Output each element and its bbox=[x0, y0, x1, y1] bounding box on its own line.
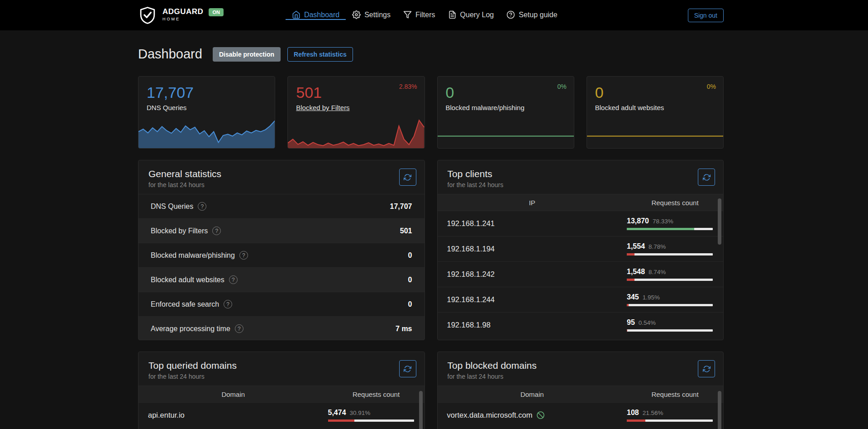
table-header: Domain Requests count bbox=[438, 386, 724, 402]
client-ip[interactable]: 192.168.1.241 bbox=[447, 219, 627, 228]
nav-item-label: Dashboard bbox=[304, 11, 339, 19]
general-statistics-panel: General statistics for the last 24 hours… bbox=[138, 160, 425, 340]
requests-percent: 8.74% bbox=[649, 269, 666, 275]
progress-bar-fill bbox=[627, 279, 634, 281]
progress-bar bbox=[627, 279, 713, 281]
stat-row-value: 7 ms bbox=[396, 325, 412, 333]
stat-row: Average processing time ? 7 ms bbox=[138, 316, 424, 340]
stat-row: Blocked malware/phishing ? 0 bbox=[138, 243, 424, 267]
client-ip[interactable]: 192.168.1.194 bbox=[447, 245, 627, 253]
stat-card-blocked-malware: 0% 0 Blocked malware/phishing bbox=[437, 76, 574, 149]
stat-row: Blocked by Filters ? 501 bbox=[138, 218, 424, 243]
tracker-blocked-icon bbox=[536, 411, 545, 419]
nav-item-filters[interactable]: Filters bbox=[397, 10, 442, 20]
stat-card-blocked-by-filters: 2.83% 501 Blocked by Filters bbox=[287, 76, 424, 149]
home-icon bbox=[292, 10, 300, 19]
help-circle-icon[interactable]: ? bbox=[198, 202, 206, 211]
domain-name[interactable]: api.entur.io bbox=[148, 411, 328, 419]
scrollbar-thumb[interactable] bbox=[718, 198, 721, 245]
progress-bar-fill bbox=[627, 228, 694, 230]
sign-out-button[interactable]: Sign out bbox=[688, 9, 724, 22]
requests-count: 345 bbox=[627, 293, 639, 301]
help-icon bbox=[506, 10, 515, 19]
table-row: 192.168.1.98 95 0.54% bbox=[438, 312, 724, 337]
requests-count: 13,870 bbox=[627, 217, 649, 225]
stat-row-label: Blocked by Filters bbox=[151, 227, 208, 235]
stat-label: DNS Queries bbox=[147, 104, 186, 111]
table-row: 192.168.1.194 1,554 8.78% bbox=[438, 236, 724, 261]
sparkline-chart bbox=[587, 116, 723, 148]
requests-percent: 30.91% bbox=[350, 410, 371, 416]
requests-percent: 78.33% bbox=[653, 218, 673, 225]
requests-count: 1,554 bbox=[627, 242, 645, 251]
page-header: Dashboard Disable protection Refresh sta… bbox=[138, 47, 724, 62]
progress-bar bbox=[627, 304, 713, 306]
nav-item-label: Settings bbox=[364, 11, 391, 19]
brand-subname: HOME bbox=[162, 17, 203, 21]
stat-row-value: 0 bbox=[408, 276, 412, 284]
stat-cards: 17,707 DNS Queries 2.83% 501 Blocked by … bbox=[138, 76, 724, 149]
stat-percent: 0% bbox=[558, 83, 567, 90]
nav-item-label: Filters bbox=[415, 11, 435, 19]
refresh-button[interactable] bbox=[399, 360, 416, 377]
requests-count: 95 bbox=[627, 318, 635, 327]
refresh-button[interactable] bbox=[698, 360, 715, 377]
domain-name[interactable]: vortex.data.microsoft.com bbox=[447, 411, 533, 419]
progress-bar bbox=[627, 329, 713, 332]
blocked-by-filters-link[interactable]: Blocked by Filters bbox=[296, 104, 349, 111]
progress-bar-fill bbox=[627, 419, 645, 422]
column-header-requests-count: Requests count bbox=[328, 390, 424, 398]
progress-bar bbox=[328, 419, 414, 422]
sparkline-chart bbox=[438, 116, 574, 148]
refresh-button[interactable] bbox=[399, 169, 416, 186]
disable-protection-button[interactable]: Disable protection bbox=[213, 47, 281, 62]
adguard-shield-logo-icon bbox=[138, 6, 157, 25]
client-ip[interactable]: 192.168.1.98 bbox=[447, 321, 627, 329]
stat-row-value: 0 bbox=[408, 251, 412, 260]
stat-row-label: Blocked malware/phishing bbox=[151, 251, 235, 260]
stat-row-value: 17,707 bbox=[390, 202, 412, 211]
refresh-button[interactable] bbox=[698, 169, 715, 186]
nav-item-label: Setup guide bbox=[519, 11, 557, 19]
stat-row-label: Enforced safe search bbox=[151, 300, 219, 308]
stat-percent: 0% bbox=[707, 83, 716, 90]
column-header-requests-count: Requests count bbox=[627, 390, 723, 398]
stat-card-blocked-adult: 0% 0 Blocked adult websites bbox=[587, 76, 724, 149]
panel-title: Top blocked domains bbox=[448, 360, 714, 371]
progress-bar bbox=[627, 228, 713, 230]
stat-value: 0 bbox=[595, 84, 715, 101]
panel-subtitle: for the last 24 hours bbox=[148, 181, 415, 188]
help-circle-icon[interactable]: ? bbox=[239, 251, 248, 260]
panel-subtitle: for the last 24 hours bbox=[448, 373, 714, 380]
client-ip[interactable]: 192.168.1.244 bbox=[447, 295, 627, 304]
progress-bar-fill bbox=[627, 253, 634, 255]
refresh-statistics-button[interactable]: Refresh statistics bbox=[287, 47, 353, 62]
brand-name: ADGUARD bbox=[162, 8, 203, 15]
stat-value: 0 bbox=[446, 84, 566, 101]
progress-bar-fill bbox=[627, 329, 627, 332]
client-ip[interactable]: 192.168.1.242 bbox=[447, 270, 627, 279]
progress-bar-fill bbox=[328, 419, 355, 422]
progress-bar bbox=[627, 419, 713, 422]
stat-row-label: Blocked adult websites bbox=[151, 276, 224, 284]
brand: ADGUARD HOME ON bbox=[138, 5, 224, 25]
refresh-icon bbox=[404, 365, 411, 373]
help-circle-icon[interactable]: ? bbox=[212, 227, 221, 235]
help-circle-icon[interactable]: ? bbox=[235, 324, 243, 333]
help-circle-icon[interactable]: ? bbox=[229, 275, 238, 284]
nav-item-query-log[interactable]: Query Log bbox=[442, 10, 501, 20]
nav-item-settings[interactable]: Settings bbox=[346, 10, 397, 20]
stat-row-value: 0 bbox=[408, 300, 412, 308]
scrollbar-thumb[interactable] bbox=[718, 391, 721, 429]
refresh-icon bbox=[404, 174, 411, 181]
funnel-icon bbox=[403, 10, 412, 19]
nav-item-label: Query Log bbox=[460, 11, 494, 19]
stat-row: DNS Queries ? 17,707 bbox=[138, 194, 424, 218]
scrollbar-thumb[interactable] bbox=[419, 391, 423, 429]
stat-value: 501 bbox=[296, 84, 416, 101]
table-header: Domain Requests count bbox=[138, 386, 424, 402]
panel-title: Top queried domains bbox=[148, 360, 415, 371]
help-circle-icon[interactable]: ? bbox=[224, 300, 232, 308]
nav-item-dashboard[interactable]: Dashboard bbox=[286, 10, 346, 20]
nav-item-setup-guide[interactable]: Setup guide bbox=[500, 10, 563, 20]
